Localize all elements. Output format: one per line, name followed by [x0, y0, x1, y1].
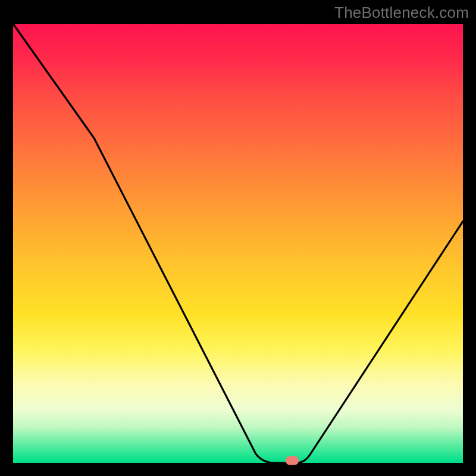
bottleneck-curve — [13, 24, 463, 463]
plot-area — [13, 24, 463, 463]
watermark-text: TheBottleneck.com — [334, 4, 469, 22]
curve-path — [13, 24, 463, 463]
chart-container: TheBottleneck.com — [0, 0, 476, 476]
optimum-marker — [286, 456, 299, 465]
